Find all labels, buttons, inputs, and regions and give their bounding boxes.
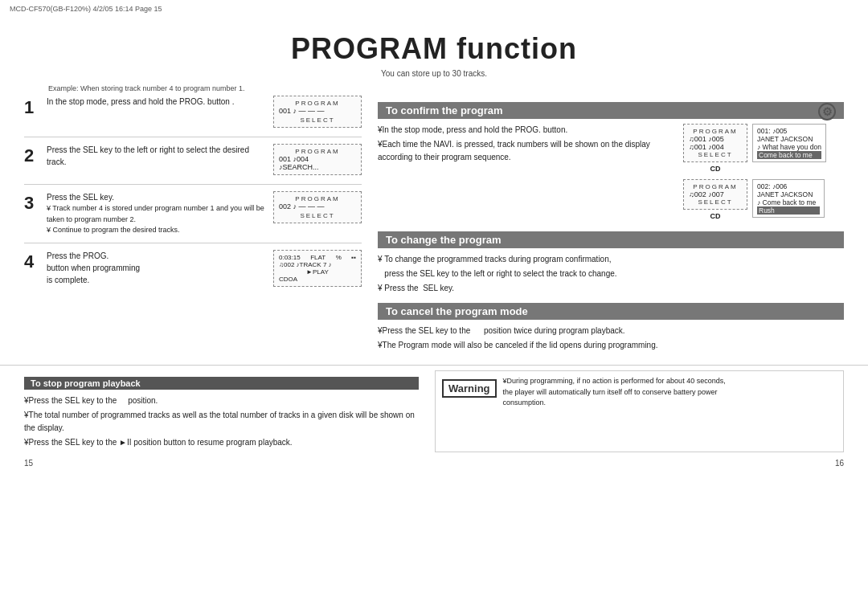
- warning-text: ¥During programming, if no action is per…: [503, 376, 726, 447]
- cancel-text: ¥Press the SEL key to the position twice…: [378, 325, 844, 352]
- warning-icon: Warning: [442, 376, 497, 447]
- right-panel: To confirm the program ⚙ ¥In the stop mo…: [378, 96, 844, 360]
- page-left: 15: [24, 459, 33, 468]
- step-text-3: Press the SEL key. ¥ Track number 4 is s…: [47, 191, 273, 236]
- left-panel: 1 In the stop mode, press and hold the P…: [24, 96, 362, 360]
- step-number-1: 1: [24, 97, 47, 118]
- step-text-4: Press the PROG. button when programming …: [47, 250, 273, 286]
- step-display-2: PROGRAM 001 ♪004 ♪SEARCH...: [273, 144, 362, 178]
- step-display-3: PROGRAM 002 ♪ — — — SELECT: [273, 191, 362, 226]
- step-display-1: PROGRAM 001 ♪ — — — SELECT: [273, 96, 362, 130]
- step-text-1: In the stop mode, press and hold the PRO…: [47, 96, 273, 108]
- step-display-4: 0:03:15FLAT%▪▪ ♫002 ♪TRACK 7 ♪ ►PLAY CDO…: [273, 250, 362, 289]
- change-section: To change the program ¥ To change the pr…: [378, 231, 844, 295]
- subtitle: You can store up to 30 tracks.: [0, 69, 868, 78]
- confirm-section: To confirm the program ⚙ ¥In the stop mo…: [378, 102, 844, 223]
- step-4: 4 Press the PROG. button when programmin…: [24, 250, 362, 296]
- gear-icon: ⚙: [818, 103, 836, 121]
- page-right: 16: [835, 459, 844, 468]
- step-number-4: 4: [24, 251, 47, 272]
- confirm-header: To confirm the program ⚙: [378, 102, 844, 119]
- page-header: MCD-CF570(GB-F120%) 4/2/05 16:14 Page 15: [0, 0, 868, 18]
- step-number-2: 2: [24, 145, 47, 166]
- change-header: To change the program: [378, 231, 844, 248]
- stop-section: To stop program playback ¥Press the SEL …: [24, 370, 419, 452]
- page-title: PROGRAM function: [0, 18, 868, 69]
- step-number-3: 3: [24, 193, 47, 214]
- cancel-header: To cancel the program mode: [378, 303, 844, 320]
- cancel-section: To cancel the program mode ¥Press the SE…: [378, 303, 844, 352]
- change-text: ¥ To change the programmed tracks during…: [378, 253, 844, 295]
- step-1: 1 In the stop mode, press and hold the P…: [24, 96, 362, 137]
- example-label: Example: When storing track number 4 to …: [48, 84, 868, 92]
- warning-section: Warning ¥During programming, if no actio…: [435, 370, 844, 452]
- confirm-text: ¥In the stop mode, press and hold the PR…: [378, 124, 675, 164]
- page-numbers: 15 16: [0, 456, 868, 471]
- step-2: 2 Press the SEL key to the left or right…: [24, 144, 362, 185]
- step-3: 3 Press the SEL key. ¥ Track number 4 is…: [24, 191, 362, 243]
- stop-text: ¥Press the SEL key to the position. ¥The…: [24, 394, 419, 449]
- stop-header: To stop program playback: [24, 377, 419, 390]
- bottom-area: To stop program playback ¥Press the SEL …: [0, 365, 868, 452]
- step-text-2: Press the SEL key to the left or right t…: [47, 144, 273, 168]
